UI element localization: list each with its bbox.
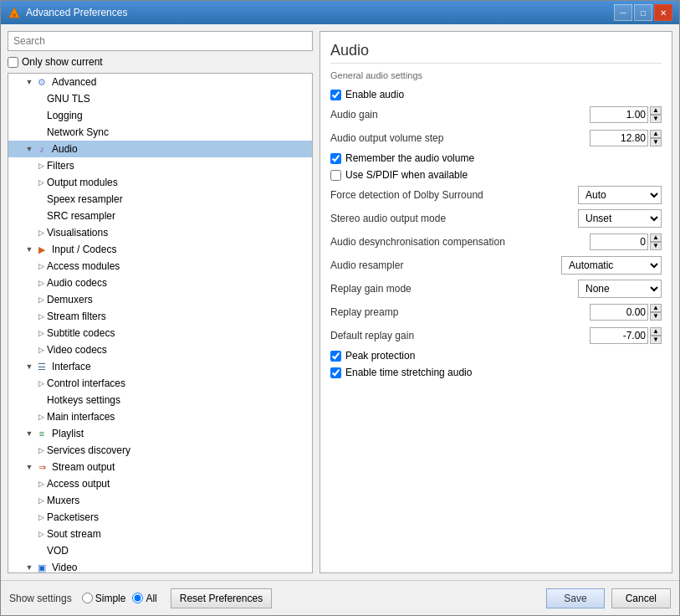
desync-input[interactable] bbox=[590, 234, 648, 250]
volume-step-input[interactable] bbox=[590, 130, 648, 146]
tree-container: ▼ ⚙ Advanced GNU TLS Logging Network Syn… bbox=[8, 73, 313, 573]
tree-item-stream-output[interactable]: ▼ ⇒ Stream output bbox=[8, 459, 312, 475]
audio-gain-up[interactable]: ▲ bbox=[650, 106, 662, 115]
tree-item-control-interfaces[interactable]: ▷ Control interfaces bbox=[8, 375, 312, 392]
tree-item-network-sync[interactable]: Network Sync bbox=[8, 124, 312, 141]
default-replay-gain-input[interactable] bbox=[590, 327, 648, 344]
tree-item-input-codecs[interactable]: ▼ ▶ Input / Codecs bbox=[8, 241, 312, 258]
minimize-button[interactable]: ─ bbox=[614, 4, 632, 21]
title-bar-buttons: ─ □ ✕ bbox=[614, 4, 672, 21]
default-replay-gain-row: Default replay gain ▲ ▼ bbox=[330, 326, 662, 345]
desync-down[interactable]: ▼ bbox=[650, 242, 662, 250]
tree-label-filters: Filters bbox=[47, 160, 74, 172]
tree-item-video[interactable]: ▼ ▣ Video bbox=[8, 559, 312, 573]
enable-audio-row: Enable audio bbox=[330, 89, 662, 100]
save-button[interactable]: Save bbox=[546, 588, 604, 608]
app-icon bbox=[8, 6, 21, 19]
tree-item-main-interfaces[interactable]: ▷ Main interfaces bbox=[8, 408, 312, 425]
remember-volume-checkbox[interactable] bbox=[330, 153, 341, 164]
tree-item-output-modules[interactable]: ▷ Output modules bbox=[8, 174, 312, 191]
expand-arrow-filters: ▷ bbox=[35, 160, 47, 172]
tree-item-subtitle-codecs[interactable]: ▷ Subtitle codecs bbox=[8, 325, 312, 341]
simple-radio[interactable] bbox=[82, 593, 93, 603]
search-input[interactable] bbox=[8, 31, 313, 51]
replay-preamp-row: Replay preamp ▲ ▼ bbox=[330, 303, 662, 321]
resampler-select[interactable]: Automatic Speex SRC bbox=[561, 256, 662, 275]
tree-label-src: SRC resampler bbox=[47, 210, 115, 222]
time-stretching-label: Enable time stretching audio bbox=[345, 367, 472, 378]
enable-audio-label: Enable audio bbox=[345, 89, 404, 100]
force-dolby-select[interactable]: Auto On Off bbox=[578, 186, 662, 204]
tree-item-speex[interactable]: Speex resampler bbox=[8, 191, 312, 208]
replay-preamp-input[interactable] bbox=[590, 304, 648, 321]
replay-preamp-up[interactable]: ▲ bbox=[650, 304, 662, 312]
force-dolby-control: Auto On Off bbox=[578, 186, 662, 204]
tree-label-video: Video bbox=[52, 562, 77, 573]
stream-icon: ⇒ bbox=[35, 460, 49, 474]
tree-label-video-codecs: Video codecs bbox=[47, 344, 107, 356]
time-stretching-checkbox[interactable] bbox=[330, 367, 341, 378]
resampler-control: Automatic Speex SRC bbox=[561, 256, 662, 275]
spacer-src bbox=[35, 210, 47, 222]
enable-audio-checkbox[interactable] bbox=[330, 90, 341, 100]
tree-item-vod[interactable]: VOD bbox=[8, 542, 312, 559]
tree-item-sout-stream[interactable]: ▷ Sout stream bbox=[8, 526, 312, 542]
tree-item-audio[interactable]: ▼ ♪ Audio bbox=[8, 141, 312, 157]
tree-label-input-codecs: Input / Codecs bbox=[52, 244, 116, 255]
tree-item-visualisations[interactable]: ▷ Visualisations bbox=[8, 224, 312, 241]
tree-item-muxers[interactable]: ▷ Muxers bbox=[8, 492, 312, 509]
expand-arrow-so: ▼ bbox=[23, 461, 35, 473]
default-replay-gain-spinner: ▲ ▼ bbox=[650, 327, 662, 344]
expand-arrow-sf: ▷ bbox=[35, 311, 47, 322]
audio-icon: ♪ bbox=[35, 142, 49, 156]
stereo-mode-select[interactable]: Unset Stereo Mono bbox=[578, 209, 662, 228]
peak-protection-checkbox[interactable] bbox=[330, 351, 341, 362]
expand-arrow-ao: ▷ bbox=[35, 478, 47, 490]
volume-step-down[interactable]: ▼ bbox=[650, 138, 662, 146]
maximize-button[interactable]: □ bbox=[634, 4, 652, 21]
tree-item-playlist[interactable]: ▼ ≡ Playlist bbox=[8, 425, 312, 442]
tree-item-advanced[interactable]: ▼ ⚙ Advanced bbox=[8, 74, 312, 90]
audio-gain-down[interactable]: ▼ bbox=[650, 115, 662, 123]
tree-item-gnu-tls[interactable]: GNU TLS bbox=[8, 90, 312, 107]
audio-gain-input[interactable] bbox=[590, 106, 648, 123]
desync-up[interactable]: ▲ bbox=[650, 234, 662, 242]
tree-item-hotkeys[interactable]: Hotkeys settings bbox=[8, 392, 312, 408]
tree-label-gnu-tls: GNU TLS bbox=[47, 93, 90, 105]
tree-item-src[interactable]: SRC resampler bbox=[8, 208, 312, 224]
tree-item-audio-codecs[interactable]: ▷ Audio codecs bbox=[8, 275, 312, 291]
default-replay-gain-down[interactable]: ▼ bbox=[650, 336, 662, 344]
replay-preamp-down[interactable]: ▼ bbox=[650, 312, 662, 321]
tree-label-audio: Audio bbox=[52, 143, 78, 155]
tree-item-video-codecs[interactable]: ▷ Video codecs bbox=[8, 341, 312, 358]
tree-item-filters[interactable]: ▷ Filters bbox=[8, 157, 312, 174]
force-dolby-label: Force detection of Dolby Surround bbox=[330, 189, 578, 201]
radio-group: Simple All bbox=[82, 593, 157, 604]
tree-item-packetisers[interactable]: ▷ Packetisers bbox=[8, 509, 312, 526]
spdif-label: Use S/PDIF when available bbox=[345, 169, 468, 181]
tree-item-stream-filters[interactable]: ▷ Stream filters bbox=[8, 308, 312, 325]
tree-item-access-output[interactable]: ▷ Access output bbox=[8, 475, 312, 492]
close-button[interactable]: ✕ bbox=[654, 4, 672, 21]
volume-step-up[interactable]: ▲ bbox=[650, 130, 662, 138]
tree-label-control-interfaces: Control interfaces bbox=[47, 377, 125, 389]
cancel-button[interactable]: Cancel bbox=[611, 588, 671, 608]
bottom-bar: Show settings Simple All Reset Preferenc… bbox=[1, 580, 679, 615]
tree-label-vod: VOD bbox=[47, 545, 69, 557]
resampler-row: Audio resampler Automatic Speex SRC bbox=[330, 256, 662, 275]
reset-preferences-button[interactable]: Reset Preferences bbox=[171, 588, 272, 608]
only-show-current-checkbox[interactable] bbox=[8, 57, 18, 68]
all-radio[interactable] bbox=[132, 593, 143, 603]
tree-item-interface[interactable]: ▼ ☰ Interface bbox=[8, 358, 312, 375]
spdif-checkbox[interactable] bbox=[330, 170, 341, 181]
tree-item-logging[interactable]: Logging bbox=[8, 107, 312, 124]
tree-label-hotkeys: Hotkeys settings bbox=[47, 394, 120, 406]
panel-title: Audio bbox=[330, 42, 662, 64]
default-replay-gain-up[interactable]: ▲ bbox=[650, 327, 662, 336]
replay-gain-mode-select[interactable]: None Track Album bbox=[578, 280, 662, 298]
force-dolby-row: Force detection of Dolby Surround Auto O… bbox=[330, 186, 662, 204]
tree-item-services[interactable]: ▷ Services discovery bbox=[8, 442, 312, 459]
tree-item-demuxers[interactable]: ▷ Demuxers bbox=[8, 291, 312, 308]
all-radio-label: All bbox=[146, 593, 156, 604]
tree-item-access-modules[interactable]: ▷ Access modules bbox=[8, 258, 312, 275]
